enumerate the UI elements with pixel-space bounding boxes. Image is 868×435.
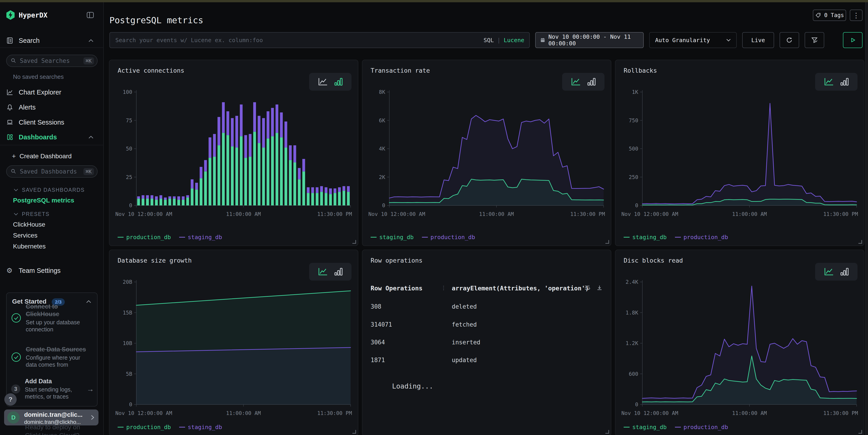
date-range-picker[interactable]: Nov 10 00:00:00 - Nov 11 00:00:00	[535, 32, 644, 48]
download-icon[interactable]	[596, 285, 603, 291]
legend-item: staging_db	[624, 234, 667, 240]
sidebar-item-alerts[interactable]: Alerts	[0, 101, 104, 113]
help-button[interactable]: ?	[4, 393, 17, 406]
section-presets[interactable]: PRESETS	[14, 210, 50, 218]
check-circle-icon	[11, 352, 21, 362]
rollbacks-chart: 02505007501KNov 10 12:00:00 AM11:00:00 A…	[615, 87, 865, 228]
saved-searches-placeholder: Saved Searches	[20, 57, 70, 64]
legend-item: staging_db	[371, 234, 414, 240]
svg-text:11:30:00 PM: 11:30:00 PM	[823, 410, 858, 416]
line-chart-icon[interactable]	[317, 77, 328, 86]
svg-text:1.8K: 1.8K	[626, 310, 639, 316]
chart-legend: staging_dbproduction_db	[624, 424, 728, 430]
granularity-select[interactable]: Auto Granularity	[649, 32, 737, 48]
wrap-text-icon[interactable]	[584, 285, 590, 291]
sidebar-item-dashboards[interactable]: Dashboards	[0, 131, 104, 143]
preset-link-services[interactable]: Services	[13, 232, 37, 239]
section-label: SAVED DASHBOARDS	[22, 187, 85, 193]
bar-chart-icon[interactable]	[334, 77, 343, 86]
panel-title: Database size growth	[118, 257, 192, 264]
svg-text:0: 0	[635, 402, 638, 407]
saved-dashboards-input[interactable]: Saved Dashboards ⌘K	[6, 165, 98, 178]
create-dashboard-button[interactable]: + Create Dashboard	[0, 150, 104, 162]
table-cell-count: 1871	[371, 357, 385, 364]
get-started-step-add-data[interactable]: 3 Add Data Start sending logs,metrics, o…	[11, 378, 92, 400]
panel-rollbacks: Rollbacks 02505007501KNov 10 12:00:00 AM…	[615, 60, 864, 246]
panel-title: Active connections	[118, 67, 184, 74]
sidebar-item-search[interactable]: Search	[0, 34, 104, 47]
live-button[interactable]: Live	[742, 32, 774, 48]
svg-text:11:30:00 PM: 11:30:00 PM	[317, 410, 352, 416]
sidebar-item-client-sessions[interactable]: Client Sessions	[0, 116, 104, 129]
step-title: Connect toClickHouse	[26, 303, 80, 318]
preset-link-clickhouse[interactable]: ClickHouse	[13, 221, 45, 228]
arrow-right-icon: →	[87, 385, 94, 393]
hyperdx-logo	[6, 10, 15, 20]
user-account-button[interactable]: D dominic.tran@clic... dominic.tran@clic…	[4, 409, 98, 426]
run-query-button[interactable]	[843, 32, 863, 48]
panel-disc-blocks-read: Disc blocks read 06001.2K1.8K2.4KNov 10 …	[615, 249, 864, 435]
get-started-step-datasources[interactable]: Create Data Sources Configure where your…	[11, 346, 92, 368]
tags-button[interactable]: 0 Tags	[813, 9, 846, 21]
search-section-icon	[6, 37, 13, 44]
chart-legend: production_dbstaging_db	[118, 234, 222, 240]
svg-text:1.2K: 1.2K	[626, 340, 639, 346]
line-chart-icon[interactable]	[570, 77, 581, 86]
filter-button[interactable]	[805, 32, 824, 48]
line-chart-icon[interactable]	[824, 267, 834, 276]
lucene-toggle[interactable]: Lucene	[504, 37, 524, 43]
line-chart-icon[interactable]	[317, 267, 328, 276]
table-cell-operation: deleted	[452, 303, 477, 310]
chevron-up-icon	[88, 39, 93, 42]
sql-toggle[interactable]: SQL	[484, 37, 494, 43]
scrollbar-track[interactable]	[865, 0, 868, 435]
svg-text:500: 500	[629, 146, 638, 152]
table-header-operation[interactable]: arrayElement(Attributes, 'operation')	[452, 285, 589, 292]
svg-text:Nov 10 12:00:00 AM: Nov 10 12:00:00 AM	[115, 410, 172, 416]
chart-explorer-icon	[6, 89, 13, 96]
refresh-button[interactable]	[780, 32, 799, 48]
sidebar-item-chart-explorer[interactable]: Chart Explorer	[0, 86, 104, 98]
svg-text:2K: 2K	[379, 174, 385, 180]
chart-legend: staging_dbproduction_db	[624, 234, 728, 240]
table-cell-operation: updated	[452, 357, 477, 364]
user-email: dominic.tran@clickho...	[24, 419, 81, 425]
sidebar-collapse-icon[interactable]	[87, 12, 94, 18]
svg-text:20B: 20B	[123, 279, 132, 285]
table-cell-count: 314071	[371, 321, 392, 328]
get-started-step-connect[interactable]: Connect toClickHouse Set up your databas…	[11, 303, 92, 333]
svg-text:Nov 10 12:00:00 AM: Nov 10 12:00:00 AM	[115, 211, 172, 217]
sidebar-item-team-settings[interactable]: ⚙ Team Settings	[0, 264, 104, 277]
gear-icon: ⚙	[6, 267, 13, 274]
svg-text:100: 100	[123, 89, 132, 95]
legend-item: production_db	[675, 234, 728, 240]
legend-item: staging_db	[624, 424, 667, 430]
section-saved-dashboards[interactable]: SAVED DASHBOARDS	[14, 186, 85, 194]
chevron-up-icon	[88, 136, 93, 139]
legend-item: production_db	[675, 424, 728, 430]
table-header-count[interactable]: Row Operations	[371, 285, 423, 292]
divider	[0, 47, 104, 48]
svg-text:75: 75	[126, 118, 132, 124]
table-cell-operation: fetched	[452, 321, 477, 328]
no-saved-searches-note: No saved searches	[13, 73, 64, 80]
shortcut-badge: ⌘K	[84, 168, 94, 175]
preset-link-kubernetes[interactable]: Kubernetes	[13, 243, 45, 250]
bar-chart-icon[interactable]	[840, 77, 849, 86]
search-input[interactable]	[110, 37, 484, 43]
saved-searches-input[interactable]: Saved Searches ⌘K	[6, 55, 98, 67]
bar-chart-icon[interactable]	[587, 77, 596, 86]
column-divider-icon[interactable]: ⋮	[441, 285, 446, 291]
chevron-down-icon	[726, 39, 731, 41]
line-chart-icon[interactable]	[824, 77, 834, 86]
dashboard-link-postgresql-metrics[interactable]: PostgreSQL metrics	[13, 197, 74, 204]
bar-chart-icon[interactable]	[334, 267, 343, 276]
bar-chart-icon[interactable]	[840, 267, 849, 276]
table-cell-operation: inserted	[452, 339, 480, 346]
more-options-button[interactable]: ⋮	[850, 9, 863, 21]
step-number-badge: 3	[11, 384, 20, 394]
active-connections-chart: 0255075100Nov 10 12:00:00 AM11:00:00 AM1…	[110, 87, 359, 228]
chevron-down-icon	[14, 213, 18, 215]
deploy-teaser-line2: ClickHouse Cloud?	[25, 432, 79, 435]
refresh-icon	[786, 37, 793, 43]
